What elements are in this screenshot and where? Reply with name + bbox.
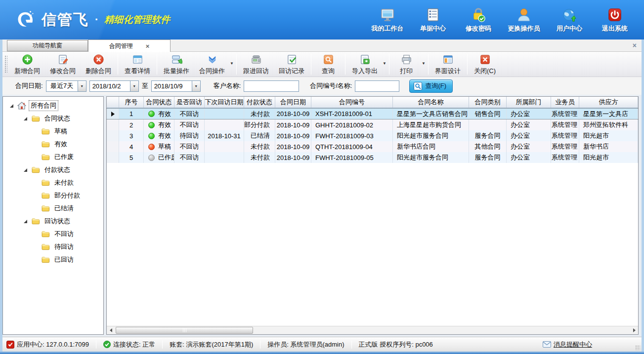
cell[interactable]: 星星第一文具店 [579, 109, 638, 119]
table-row[interactable]: 1有效不回访未付款2018-10-09XSHT-20181009-01星星第一文… [107, 108, 638, 119]
chevron-down-icon[interactable]: ▼ [192, 81, 200, 91]
tabstrip-close-icon[interactable]: × [633, 41, 637, 49]
column-header[interactable]: 是否回访 [174, 97, 205, 108]
delete-contract-button[interactable]: 删除合同 [81, 52, 116, 77]
cell[interactable]: 已结清 [244, 130, 275, 141]
expander-icon[interactable] [24, 168, 27, 172]
close-button[interactable]: 关闭(C) [469, 52, 501, 77]
cell[interactable]: 办公室 [507, 109, 551, 119]
cell[interactable]: 销售合同 [469, 109, 507, 119]
nav-user-center[interactable]: 用户中心 [549, 7, 590, 33]
tab-close-icon[interactable]: × [146, 43, 150, 49]
tree-item-partially-paid[interactable]: 部分付款 [3, 189, 103, 202]
cell[interactable]: 不回访 [174, 152, 205, 163]
cell[interactable]: QTHT-20181009-04 [311, 141, 393, 152]
cell[interactable]: 阳光超市 [579, 130, 638, 141]
column-header[interactable]: 合同名称 [393, 97, 469, 108]
cell[interactable]: 2018-10-09 [275, 130, 311, 141]
cell[interactable]: 办公室 [507, 141, 551, 152]
cell[interactable]: 4 [119, 141, 144, 152]
scroll-left-icon[interactable] [107, 326, 115, 334]
cell[interactable]: 3 [119, 130, 144, 141]
cell[interactable]: 2018-10-09 [275, 119, 311, 130]
cell[interactable]: 2018-10-09 [275, 152, 311, 163]
search-button[interactable]: 查询(F) [409, 79, 453, 93]
nav-change-password[interactable]: 修改密码 [458, 7, 499, 33]
tree-item-voided[interactable]: 已作废 [3, 151, 103, 163]
table-row[interactable]: 2有效不回访部分付款2018-10-09GHHT-20181009-02上海星星… [107, 119, 638, 130]
column-header[interactable]: 下次回访日期 [205, 97, 244, 108]
column-header[interactable]: 业务员 [551, 97, 579, 108]
cell[interactable]: 系统管理 [551, 141, 579, 152]
cell[interactable]: 部分付款 [244, 119, 275, 130]
column-header[interactable]: 序号 [119, 97, 144, 108]
column-header[interactable]: 合同日期 [275, 97, 311, 108]
cell[interactable]: 上海星星超市购货合同 [393, 119, 469, 130]
cell[interactable]: 新华书店 [579, 141, 638, 152]
cell[interactable]: 办公室 [507, 130, 551, 141]
chevron-down-icon[interactable]: ▼ [230, 61, 235, 68]
column-header[interactable]: 供应方 [579, 97, 638, 108]
cell[interactable] [205, 119, 244, 130]
table-row[interactable]: 5已作废不回访未付款2018-10-09FWHT-20181009-05阳光超市… [107, 152, 638, 163]
cell[interactable]: 2018-10-09 [275, 109, 311, 119]
cell[interactable]: 2018-10-09 [275, 141, 311, 152]
nav-document-center[interactable]: 单据中心 [413, 7, 453, 33]
cell[interactable]: 1 [119, 109, 144, 119]
cell[interactable]: 不回访 [174, 119, 205, 130]
date-from-select[interactable]: 2018/10/2 ▼ [89, 80, 139, 92]
ui-design-button[interactable]: 界面设计 [430, 52, 466, 77]
column-header[interactable]: 所属部门 [507, 97, 551, 108]
cell[interactable]: 不回访 [174, 141, 205, 152]
cell[interactable]: 服务合同 [469, 152, 507, 163]
message-center-link[interactable]: 消息提醒中心 [543, 340, 592, 349]
tree-item-pending-visit[interactable]: 待回访 [3, 240, 103, 253]
cell[interactable]: 阳光超市服务合同 [393, 152, 469, 163]
nav-exit-system[interactable]: 退出系统 [595, 7, 635, 33]
cell[interactable] [205, 109, 244, 119]
cell[interactable]: 有效 [144, 119, 174, 130]
tree-item-settled[interactable]: 已结清 [3, 202, 103, 215]
visit-record-button[interactable]: 回访记录 [274, 52, 309, 77]
column-header[interactable]: 合同编号 [311, 97, 393, 108]
nav-switch-operator[interactable]: 更换操作员 [504, 7, 544, 33]
cell[interactable]: 2 [119, 119, 144, 130]
chevron-down-icon[interactable]: ▼ [422, 61, 427, 68]
follow-up-visit-button[interactable]: 跟进回访 [238, 52, 274, 77]
column-header[interactable]: 合同类别 [469, 97, 507, 108]
scrollbar-track[interactable] [115, 326, 630, 335]
cell[interactable]: 星星第一文具店销售合同 [393, 109, 469, 119]
chevron-down-icon[interactable]: ▼ [383, 61, 387, 68]
column-header[interactable]: 合同状态 [144, 97, 174, 108]
cell[interactable]: FWHT-20181009-05 [311, 152, 393, 163]
customer-name-input[interactable] [244, 80, 299, 92]
cell[interactable]: 服务合同 [469, 130, 507, 141]
cell[interactable] [205, 141, 244, 152]
tree-item-draft[interactable]: 草稿 [3, 125, 103, 138]
print-button[interactable]: 打印 [391, 52, 422, 77]
cell[interactable]: 办公室 [507, 152, 551, 163]
import-export-button[interactable]: 导入导出 [347, 52, 383, 77]
cell[interactable]: 有效 [144, 130, 174, 141]
tree-item-no-visit[interactable]: 不回访 [3, 228, 103, 240]
cell[interactable]: 5 [119, 152, 144, 163]
scroll-right-icon[interactable] [630, 326, 638, 334]
date-to-select[interactable]: 2018/10/9 ▼ [151, 80, 201, 92]
cell[interactable] [205, 152, 244, 163]
cell[interactable]: 未付款 [244, 109, 275, 119]
cell[interactable]: 已作废 [144, 152, 174, 163]
tree-item-payment-status[interactable]: 付款状态 [3, 163, 103, 176]
tree-item-unpaid[interactable]: 未付款 [3, 176, 103, 189]
resize-grip[interactable] [635, 345, 640, 350]
tree-item-visit-status[interactable]: 回访状态 [3, 215, 103, 228]
tree-item-valid[interactable]: 有效 [3, 138, 103, 151]
cell[interactable]: 未付款 [244, 141, 275, 152]
batch-operation-button[interactable]: 批量操作 [159, 52, 194, 77]
tab-function-navigator[interactable]: 功能导航窗 [7, 40, 88, 51]
cell[interactable]: 系统管理 [551, 130, 579, 141]
cell[interactable]: 阳光超市 [579, 152, 638, 163]
tree-item-all-contracts[interactable]: 所有合同 [3, 99, 103, 112]
cell[interactable]: 新华书店合同 [393, 141, 469, 152]
column-header[interactable]: 付款状态 [244, 97, 275, 108]
cell[interactable]: 未付款 [244, 152, 275, 163]
